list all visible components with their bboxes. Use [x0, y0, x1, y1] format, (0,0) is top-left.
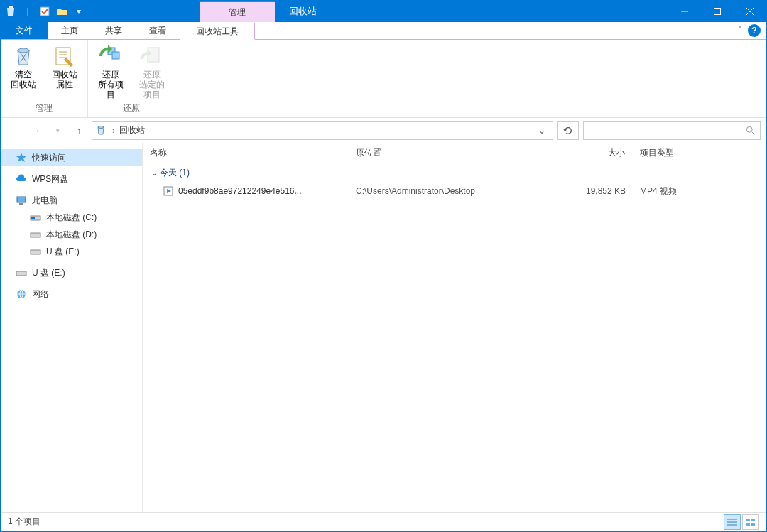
qat-dropdown-icon[interactable]: ▾ — [72, 5, 85, 18]
collapse-ribbon-icon[interactable]: ˄ — [738, 26, 742, 36]
svg-rect-29 — [751, 519, 755, 521]
nav-forward-button[interactable]: → — [28, 122, 45, 139]
ribbon-tabs: 文件 主页 共享 查看 回收站工具 ˄ ? — [1, 22, 766, 40]
breadcrumb-separator[interactable]: › — [112, 126, 115, 136]
tab-view[interactable]: 查看 — [136, 22, 180, 39]
empty-bin-icon — [11, 44, 36, 68]
breadcrumb-location[interactable]: 回收站 — [119, 124, 145, 136]
location-icon — [95, 124, 108, 137]
group-label: 今天 (1) — [160, 167, 190, 179]
nav-up-button[interactable]: ↑ — [70, 122, 87, 139]
file-type: MP4 视频 — [633, 185, 739, 197]
nav-history-dropdown[interactable]: ▾ — [49, 122, 66, 139]
restore-all-label: 还原 所有项目 — [95, 70, 126, 99]
file-original-location: C:\Users\Administrator\Desktop — [349, 186, 555, 196]
svg-rect-22 — [16, 271, 26, 276]
empty-recycle-bin-button[interactable]: 清空 回收站 — [5, 43, 42, 101]
recycle-bin-properties-button[interactable]: 回收站 属性 — [46, 43, 83, 101]
item-count-label: 1 个项目 — [8, 516, 40, 528]
svg-rect-2 — [714, 9, 721, 15]
file-list-area: 名称 原位置 大小 项目类型 ⌄ 今天 (1) 05eddf9b8ae97212… — [143, 143, 766, 512]
close-button[interactable] — [734, 1, 766, 22]
status-bar: 1 个项目 — [1, 512, 766, 531]
pc-icon — [15, 194, 28, 207]
nav-back-button[interactable]: ← — [6, 122, 23, 139]
window-title: 回收站 — [275, 1, 668, 22]
svg-rect-19 — [31, 217, 35, 219]
tab-recycle-tools[interactable]: 回收站工具 — [180, 23, 255, 40]
column-type[interactable]: 项目类型 — [633, 147, 739, 159]
sidebar-drive-e-usb[interactable]: U 盘 (E:) — [1, 243, 142, 260]
sidebar-label: 此电脑 — [32, 195, 58, 207]
usb-drive-icon — [15, 266, 28, 279]
help-icon[interactable]: ? — [748, 24, 761, 37]
sidebar-label: WPS网盘 — [32, 173, 68, 185]
qat-separator: | — [21, 5, 34, 18]
sidebar-drive-d[interactable]: 本地磁盘 (D:) — [1, 226, 142, 243]
svg-rect-16 — [17, 197, 26, 202]
sidebar-drive-c[interactable]: 本地磁盘 (C:) — [1, 209, 142, 226]
context-tab-header: 管理 — [200, 1, 275, 22]
qat-properties-icon[interactable] — [38, 5, 51, 18]
view-large-icons-button[interactable] — [742, 514, 759, 530]
search-input[interactable] — [583, 121, 761, 140]
restore-selected-button: 还原 选定的项目 — [134, 43, 170, 101]
search-icon — [746, 126, 756, 136]
sidebar-label: 网络 — [32, 288, 49, 300]
svg-rect-0 — [40, 7, 49, 16]
svg-rect-21 — [31, 250, 40, 254]
navigation-bar: ← → ▾ ↑ › 回收站 ⌄ — [1, 118, 766, 143]
column-name[interactable]: 名称 — [143, 147, 349, 159]
network-icon — [15, 288, 28, 300]
tab-share[interactable]: 共享 — [92, 22, 136, 39]
sidebar-label: 快速访问 — [32, 152, 66, 164]
view-details-button[interactable] — [724, 514, 741, 530]
maximize-button[interactable] — [701, 1, 734, 22]
group-today[interactable]: ⌄ 今天 (1) — [143, 163, 766, 182]
video-file-icon — [163, 185, 174, 197]
file-name: 05eddf9b8ae97212249e4e516... — [178, 186, 302, 196]
main-area: 快速访问 WPS网盘 此电脑 本地磁盘 (C:) 本地磁盘 (D:) U 盘 (… — [1, 143, 766, 512]
column-headers: 名称 原位置 大小 项目类型 — [143, 143, 766, 163]
address-bar[interactable]: › 回收站 ⌄ — [92, 121, 553, 140]
svg-rect-30 — [746, 523, 750, 526]
sidebar-drive-e-usb-2[interactable]: U 盘 (E:) — [1, 264, 142, 281]
sidebar-label: U 盘 (E:) — [46, 246, 80, 258]
file-row[interactable]: 05eddf9b8ae97212249e4e516... C:\Users\Ad… — [143, 182, 766, 200]
svg-rect-11 — [112, 52, 119, 59]
svg-rect-17 — [19, 203, 23, 205]
restore-all-button[interactable]: 还原 所有项目 — [92, 43, 129, 101]
svg-rect-28 — [746, 519, 750, 521]
minimize-button[interactable] — [668, 1, 701, 22]
sidebar-label: U 盘 (E:) — [32, 267, 65, 279]
qat-folder-icon[interactable] — [55, 5, 68, 18]
sidebar-wps[interactable]: WPS网盘 — [1, 170, 142, 188]
svg-point-13 — [98, 126, 104, 128]
sidebar-this-pc[interactable]: 此电脑 — [1, 192, 142, 209]
sidebar-quick-access[interactable]: 快速访问 — [1, 149, 142, 166]
restore-all-icon — [99, 44, 123, 68]
properties-label: 回收站 属性 — [52, 70, 77, 89]
navigation-pane: 快速访问 WPS网盘 此电脑 本地磁盘 (C:) 本地磁盘 (D:) U 盘 (… — [1, 143, 143, 512]
svg-point-5 — [18, 48, 29, 53]
restore-selected-icon — [140, 44, 164, 68]
column-size[interactable]: 大小 — [555, 147, 633, 159]
chevron-down-icon: ⌄ — [151, 169, 157, 177]
sidebar-network[interactable]: 网络 — [1, 286, 142, 303]
tab-home[interactable]: 主页 — [48, 22, 92, 39]
tab-file[interactable]: 文件 — [1, 22, 48, 39]
title-bar: | ▾ 管理 回收站 — [1, 1, 766, 22]
ribbon-group-manage-label: 管理 — [36, 101, 53, 116]
ribbon-group-restore-label: 还原 — [123, 101, 140, 116]
restore-selected-label: 还原 选定的项目 — [136, 70, 168, 99]
column-original-location[interactable]: 原位置 — [349, 147, 555, 159]
sidebar-label: 本地磁盘 (C:) — [46, 212, 97, 224]
address-dropdown-icon[interactable]: ⌄ — [534, 126, 550, 136]
recycle-bin-icon[interactable] — [4, 5, 17, 18]
drive-icon — [29, 211, 42, 224]
sidebar-label: 本地磁盘 (D:) — [46, 229, 97, 241]
usb-drive-icon — [29, 245, 42, 258]
refresh-button[interactable] — [557, 121, 579, 140]
drive-icon — [29, 228, 42, 241]
file-size: 19,852 KB — [555, 186, 633, 196]
